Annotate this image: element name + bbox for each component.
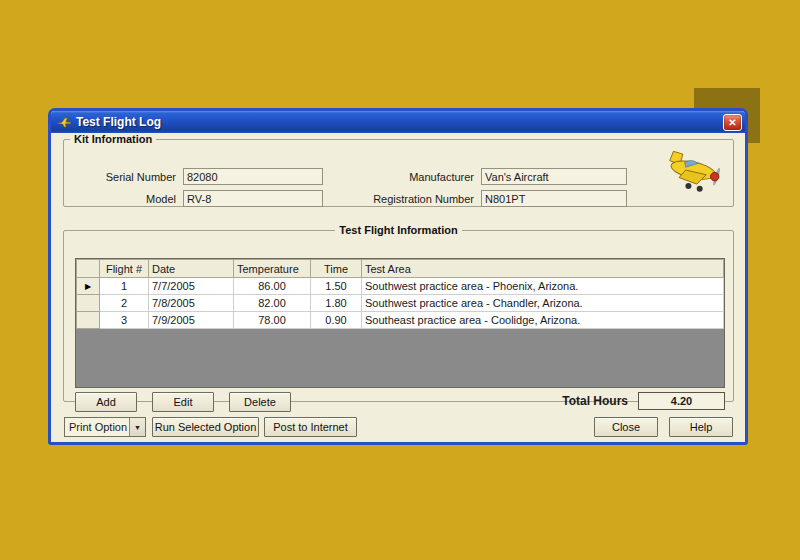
row-selector-cell[interactable]: ▶ (77, 278, 100, 295)
grid-cell[interactable]: 7/8/2005 (149, 295, 234, 312)
print-option-select[interactable]: Print Option ▼ (64, 417, 146, 437)
grid-cell[interactable]: 78.00 (234, 312, 311, 329)
desktop: Test Flight Log ✕ Kit Information Serial… (0, 0, 800, 560)
grid-cell[interactable]: 7/9/2005 (149, 312, 234, 329)
post-to-internet-button[interactable]: Post to Internet (264, 417, 357, 437)
grid-column-header[interactable]: Test Area (362, 260, 724, 278)
grid-corner-cell[interactable] (77, 260, 100, 278)
delete-button[interactable]: Delete (229, 392, 291, 412)
window-body: Kit Information Serial Number Model Manu… (51, 133, 745, 442)
edit-button[interactable]: Edit (152, 392, 214, 412)
total-hours-value: 4.20 (638, 392, 725, 410)
registration-number-label: Registration Number (301, 193, 481, 205)
flight-grid[interactable]: Flight #DateTemperatureTimeTest Area▶17/… (75, 258, 725, 388)
help-button[interactable]: Help (669, 417, 733, 437)
grid-column-header[interactable]: Flight # (100, 260, 149, 278)
run-selected-option-button[interactable]: Run Selected Option (152, 417, 259, 437)
grid-cell[interactable]: 1.80 (311, 295, 362, 312)
kit-information-legend: Kit Information (70, 133, 156, 145)
titlebar[interactable]: Test Flight Log ✕ (51, 111, 745, 133)
airplane-icon (56, 114, 72, 130)
close-icon[interactable]: ✕ (723, 114, 742, 131)
manufacturer-field[interactable] (481, 168, 627, 185)
grid-cell[interactable]: 0.90 (311, 312, 362, 329)
footer: Print Option ▼ Run Selected Option Post … (51, 417, 745, 439)
close-button[interactable]: Close (594, 417, 658, 437)
total-hours-label: Total Hours (562, 394, 628, 408)
window-title: Test Flight Log (76, 115, 161, 129)
grid-cell[interactable]: 86.00 (234, 278, 311, 295)
grid-cell[interactable]: 2 (100, 295, 149, 312)
grid-column-header[interactable]: Temperature (234, 260, 311, 278)
table-row[interactable]: ▶17/7/200586.001.50Southwest practice ar… (77, 278, 724, 295)
grid-cell[interactable]: Southwest practice area - Phoenix, Arizo… (362, 278, 724, 295)
grid-cell[interactable]: 3 (100, 312, 149, 329)
grid-cell[interactable]: 1 (100, 278, 149, 295)
manufacturer-label: Manufacturer (301, 171, 481, 183)
registration-number-field[interactable] (481, 190, 627, 207)
kit-information-group: Kit Information Serial Number Model Manu… (63, 133, 734, 207)
table-row[interactable]: 27/8/200582.001.80Southwest practice are… (77, 295, 724, 312)
chevron-down-icon[interactable]: ▼ (129, 418, 145, 436)
grid-cell[interactable]: Southwest practice area - Chandler, Ariz… (362, 295, 724, 312)
grid-column-header[interactable]: Time (311, 260, 362, 278)
grid-header-row: Flight #DateTemperatureTimeTest Area (77, 260, 724, 278)
grid-cell[interactable]: 82.00 (234, 295, 311, 312)
serial-number-row: Serial Number (68, 168, 323, 185)
registration-number-row: Registration Number (301, 190, 627, 207)
model-label: Model (68, 193, 183, 205)
grid-column-header[interactable]: Date (149, 260, 234, 278)
grid-cell[interactable]: 7/7/2005 (149, 278, 234, 295)
test-flight-information-legend: Test Flight Information (335, 224, 461, 236)
total-hours: Total Hours 4.20 (562, 392, 725, 410)
test-flight-log-window: Test Flight Log ✕ Kit Information Serial… (48, 108, 748, 445)
grid-cell[interactable]: 1.50 (311, 278, 362, 295)
flight-grid-table: Flight #DateTemperatureTimeTest Area▶17/… (76, 259, 724, 329)
serial-number-label: Serial Number (68, 171, 183, 183)
add-button[interactable]: Add (75, 392, 137, 412)
table-row[interactable]: 37/9/200578.000.90Southeast practice are… (77, 312, 724, 329)
grid-buttons: Add Edit Delete (75, 392, 291, 412)
print-option-value: Print Option (65, 421, 129, 433)
airplane-logo-icon (665, 149, 725, 193)
test-flight-information-group: Test Flight Information Flight #DateTemp… (63, 224, 734, 402)
row-selector-cell[interactable] (77, 312, 100, 329)
row-selector-cell[interactable] (77, 295, 100, 312)
grid-cell[interactable]: Southeast practice area - Coolidge, Ariz… (362, 312, 724, 329)
grid-empty-area (76, 329, 724, 387)
model-row: Model (68, 190, 323, 207)
manufacturer-row: Manufacturer (301, 168, 627, 185)
